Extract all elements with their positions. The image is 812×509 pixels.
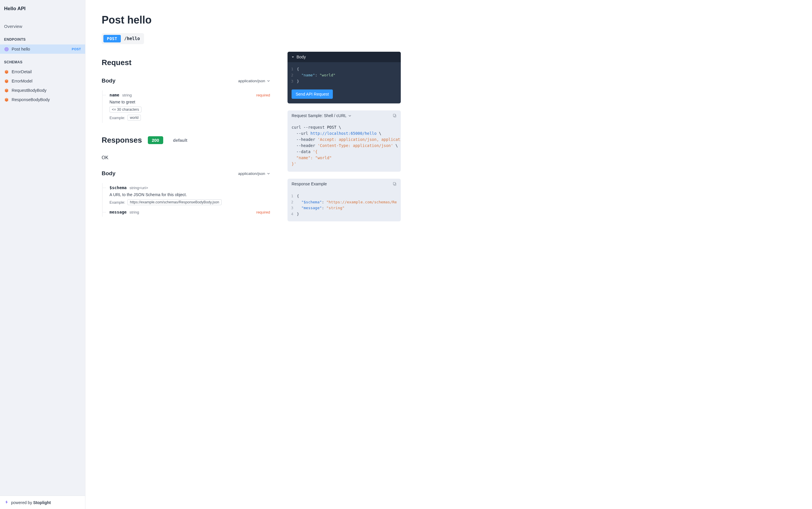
field-name-label: name [109, 93, 119, 97]
nav-schema-errormodel[interactable]: ErrorModel [0, 76, 85, 86]
field-name-label: $schema [109, 185, 127, 190]
method-badge: POST [72, 47, 81, 51]
field-name-label: message [109, 210, 127, 214]
path-text: /hello [124, 36, 140, 41]
responses-heading: Responses [102, 136, 142, 145]
chevron-down-icon [267, 79, 270, 82]
field-example: world [128, 115, 141, 121]
method-path: POST /hello [102, 33, 144, 44]
nav-item-label: ErrorModel [12, 79, 33, 83]
svg-point-0 [5, 47, 8, 51]
chevron-down-icon [348, 114, 351, 117]
field-type: string<uri> [130, 185, 148, 190]
svg-rect-3 [393, 114, 395, 116]
response-status-text: OK [102, 155, 270, 160]
response-example-panel: Response Example 1{ 2 "$schema": "https:… [287, 179, 401, 222]
cube-icon [4, 97, 9, 102]
field-required: required [256, 93, 270, 97]
field-example-label: Example: [109, 115, 125, 120]
bolt-icon [5, 500, 9, 505]
copy-icon[interactable] [393, 113, 397, 118]
response-tab-200[interactable]: 200 [148, 136, 163, 144]
response-body-label: Body [102, 170, 115, 177]
api-title: Hello API [0, 0, 85, 15]
response-example-label: Response Example [291, 181, 327, 186]
page-title: Post hello [102, 14, 270, 26]
response-example-code[interactable]: 1{ 2 "$schema": "https://example.com/sch… [287, 189, 401, 222]
nav-section-schemas: SCHEMAS [0, 54, 85, 67]
field-name: name string required Name to greet <= 30… [102, 90, 270, 123]
copy-icon[interactable] [393, 182, 397, 186]
sidebar-footer[interactable]: powered by Stoplight [0, 496, 85, 509]
tryit-body-panel: Body 1{ 2 "name": "world" 3} Send API Re… [287, 52, 401, 103]
svg-point-1 [5, 48, 7, 50]
field-required: required [256, 210, 270, 214]
cube-icon [4, 79, 9, 83]
footer-text: powered by Stoplight [11, 500, 51, 505]
field-example-label: Example: [109, 200, 125, 205]
cube-icon [4, 88, 9, 93]
request-sample-select[interactable]: Request Sample: Shell / cURL [291, 113, 351, 118]
tryit-body-code[interactable]: 1{ 2 "name": "world" 3} [287, 62, 401, 88]
nav-item-label: RequestBodyBody [12, 88, 46, 93]
nav-schema-errordetail[interactable]: ErrorDetail [0, 67, 85, 76]
nav-schema-requestbodybody[interactable]: RequestBodyBody [0, 86, 85, 95]
caret-down-icon [291, 56, 294, 58]
nav-item-label: ResponseBodyBody [12, 97, 50, 102]
request-body-label: Body [102, 77, 115, 84]
field-schema: $schema string<uri> A URL to the JSON Sc… [102, 183, 270, 207]
target-icon [4, 47, 9, 52]
cube-icon [4, 69, 9, 74]
nav-endpoint-post-hello[interactable]: Post hello POST [0, 44, 85, 54]
nav-schema-responsebodybody[interactable]: ResponseBodyBody [0, 95, 85, 104]
field-description: Name to greet [109, 100, 270, 104]
request-content-type-select[interactable]: application/json [238, 79, 270, 83]
field-description: A URL to the JSON Schema for this object… [109, 192, 270, 197]
request-sample-panel: Request Sample: Shell / cURL curl --requ… [287, 110, 401, 171]
response-tab-default[interactable]: default [169, 136, 191, 144]
nav-item-label: ErrorDetail [12, 69, 32, 74]
sidebar-nav: Overview ENDPOINTS Post hello POST SCHEM… [0, 15, 85, 496]
field-type: string [130, 210, 139, 214]
nav-section-endpoints: ENDPOINTS [0, 31, 85, 44]
field-message: message string required [102, 207, 270, 217]
request-sample-code[interactable]: curl --request POST \ --url http://local… [287, 121, 401, 171]
field-constraint: <= 30 characters [109, 107, 141, 112]
send-api-request-button[interactable]: Send API Request [291, 90, 333, 99]
tryit-body-header[interactable]: Body [287, 52, 401, 62]
field-example: https://example.com/schemas/ResponseBody… [128, 199, 221, 205]
nav-overview[interactable]: Overview [0, 22, 85, 31]
field-type: string [122, 93, 132, 97]
sidebar: Hello API Overview ENDPOINTS Post hello … [0, 0, 85, 509]
nav-item-label: Post hello [12, 47, 30, 52]
chevron-down-icon [267, 172, 270, 175]
method-chip: POST [103, 35, 121, 42]
response-content-type-select[interactable]: application/json [238, 171, 270, 176]
svg-rect-5 [393, 182, 395, 185]
request-heading: Request [102, 58, 270, 67]
main-content: Post hello POST /hello Request Body appl… [85, 0, 812, 509]
